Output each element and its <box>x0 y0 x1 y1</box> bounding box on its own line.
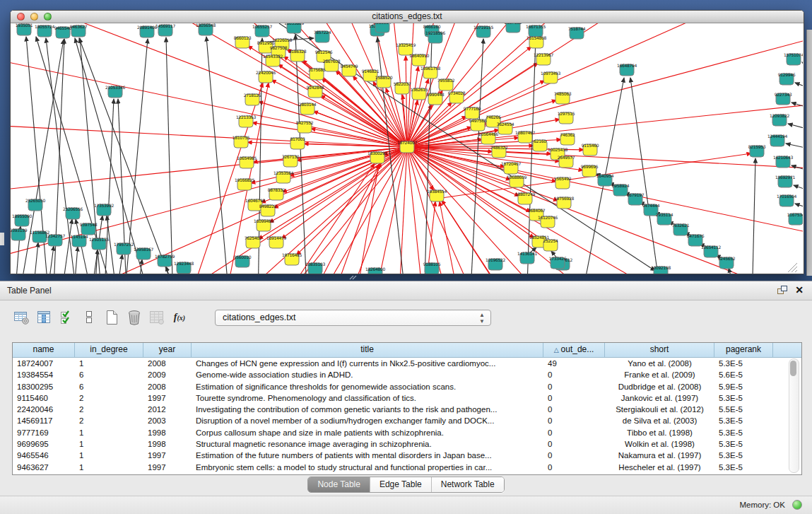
network-node[interactable]: 19166825 <box>235 177 255 190</box>
network-node[interactable]: 17957252 <box>114 242 134 255</box>
network-node[interactable]: 14569117 <box>155 23 176 36</box>
network-node[interactable]: 8660123 <box>234 35 252 48</box>
minimize-window-button[interactable] <box>30 13 38 21</box>
network-node[interactable]: 16210643 <box>773 155 794 168</box>
network-node[interactable]: 62160 <box>533 139 547 151</box>
network-node[interactable]: 16154808 <box>526 35 547 48</box>
table-row[interactable]: 977716911998Corpus callosum shape and si… <box>13 427 801 438</box>
network-node[interactable]: 6497568 <box>469 118 487 131</box>
network-node[interactable]: 18807249 <box>515 192 536 204</box>
network-node[interactable]: 12923448 <box>174 261 194 274</box>
network-node[interactable]: 15751074 <box>784 52 803 65</box>
network-node[interactable]: 1810755 <box>233 135 250 148</box>
network-node[interactable]: 20564486 <box>478 132 499 144</box>
network-node[interactable]: 16033809 <box>284 23 305 33</box>
network-node[interactable]: 7955812 <box>437 78 455 90</box>
network-node[interactable]: 2649577 <box>558 155 575 168</box>
column-header-year[interactable]: year <box>143 343 192 357</box>
table-row[interactable]: 1456911722003Disruption of a novel membe… <box>13 415 801 426</box>
network-node[interactable]: 1167534 <box>787 212 803 225</box>
network-node[interactable]: 16120746 <box>538 215 558 228</box>
network-node[interactable]: 10973493 <box>541 71 561 83</box>
function-builder-button[interactable]: f(x) <box>170 308 189 327</box>
network-node[interactable]: 8813054 <box>374 23 392 33</box>
network-node[interactable]: 10719155 <box>473 25 494 37</box>
network-node[interactable]: 7857224 <box>314 30 331 42</box>
network-node[interactable]: 817003 <box>290 136 305 149</box>
network-node[interactable]: 16914479 <box>266 235 287 248</box>
memory-status-indicator[interactable] <box>792 500 802 510</box>
table-selector-dropdown[interactable]: citations_edges.txt ▲▼ <box>215 310 491 326</box>
scrollbar-thumb[interactable] <box>790 361 796 376</box>
network-node[interactable]: 22420046 <box>256 70 276 83</box>
network-node[interactable]: 9227343 <box>775 92 792 105</box>
network-node[interactable]: 7485063 <box>554 91 572 104</box>
tab-node-table[interactable]: Node Table <box>308 477 370 492</box>
table-row[interactable]: 1830029562008Estimation of significance … <box>13 381 801 392</box>
column-header-in_degree[interactable]: in_degree <box>75 343 143 357</box>
network-node[interactable]: 12342757 <box>45 233 66 246</box>
network-node[interactable]: 16961758 <box>420 66 441 78</box>
network-node[interactable]: 16543382 <box>263 54 283 66</box>
network-node[interactable]: 10688609 <box>507 175 527 187</box>
network-node[interactable]: 18300295 <box>367 151 388 163</box>
network-node[interactable]: 20891406 <box>137 25 158 37</box>
network-node[interactable]: 10654985 <box>237 156 257 168</box>
network-node[interactable]: 18056548 <box>196 23 216 35</box>
network-node[interactable]: 2803144 <box>299 102 317 115</box>
network-node[interactable]: 7518744 <box>568 26 586 39</box>
tab-edge-table[interactable]: Edge Table <box>370 477 431 492</box>
network-node[interactable]: 9129946 <box>778 72 796 85</box>
network-node[interactable]: 19218596 <box>425 30 446 43</box>
network-node[interactable]: 18724007 <box>397 140 418 153</box>
network-node[interactable]: 25265050 <box>25 198 46 211</box>
network-node[interactable]: 1565492 <box>554 176 572 189</box>
network-node[interactable]: 18955090 <box>12 214 33 226</box>
network-node[interactable]: 12353584 <box>273 170 294 183</box>
network-node[interactable]: 8427552 <box>296 120 314 133</box>
column-header-pagerank[interactable]: pagerank <box>714 343 773 357</box>
network-node[interactable]: 8498222 <box>259 204 277 216</box>
network-node[interactable]: 9242848 <box>307 85 324 98</box>
table-row[interactable]: 1872400712008Changes of HCN gene express… <box>13 358 801 369</box>
network-node[interactable]: 1935051 <box>16 23 33 35</box>
network-node[interactable]: 19756928 <box>554 196 575 209</box>
delete-column-button[interactable] <box>124 308 144 327</box>
network-node[interactable]: 8990448 <box>427 92 445 105</box>
network-node[interactable]: 16099489 <box>254 218 274 231</box>
network-node[interactable]: 16782759 <box>155 254 175 267</box>
network-node[interactable]: 2935114 <box>656 212 673 225</box>
network-node[interactable]: 1145194 <box>71 234 88 247</box>
network-node[interactable]: 1733426 <box>549 256 567 269</box>
table-row[interactable]: 946362711997Embryonic stem cells: a mode… <box>13 462 801 473</box>
network-node[interactable]: 18264800 <box>365 267 386 274</box>
network-node[interactable]: 9560010 <box>234 255 252 267</box>
network-node[interactable]: 3267130 <box>282 154 300 167</box>
network-node[interactable]: 1588520 <box>375 75 393 88</box>
network-node[interactable]: 9777169 <box>464 106 481 119</box>
network-node[interactable]: 10092198 <box>651 265 671 274</box>
network-node[interactable]: 9245652 <box>718 256 736 269</box>
network-node[interactable]: 8186328 <box>289 49 307 62</box>
network-node[interactable]: 10835103 <box>305 262 326 274</box>
network-node[interactable]: 9463627 <box>70 24 88 37</box>
table-options-button[interactable] <box>11 308 31 327</box>
network-node[interactable]: 9397548 <box>80 222 98 235</box>
table-row[interactable]: 1938455462009Genome-wide association stu… <box>13 369 801 380</box>
column-header-short[interactable]: short <box>605 343 714 357</box>
column-header-title[interactable]: title <box>192 343 543 357</box>
network-node[interactable]: 8878332 <box>268 187 286 200</box>
network-node[interactable]: 12505135 <box>89 237 110 250</box>
network-node[interactable]: 5822037 <box>394 81 411 94</box>
network-node[interactable]: 3175685 <box>308 67 326 80</box>
network-node[interactable]: 8454749 <box>341 64 358 76</box>
network-node[interactable]: 10807467 <box>515 130 536 143</box>
network-node[interactable]: 9115460 <box>582 143 599 156</box>
network-node[interactable]: 17353992 <box>94 203 114 216</box>
network-node[interactable]: 12213363 <box>236 115 257 127</box>
network-node[interactable]: 9699695 <box>581 164 599 177</box>
table-row[interactable]: 911546021997Tourette syndrome. Phenomeno… <box>13 392 801 404</box>
select-rows-button[interactable] <box>79 308 99 327</box>
network-node[interactable]: 252254 <box>543 238 558 251</box>
network-node[interactable]: 9188105 <box>423 262 441 274</box>
